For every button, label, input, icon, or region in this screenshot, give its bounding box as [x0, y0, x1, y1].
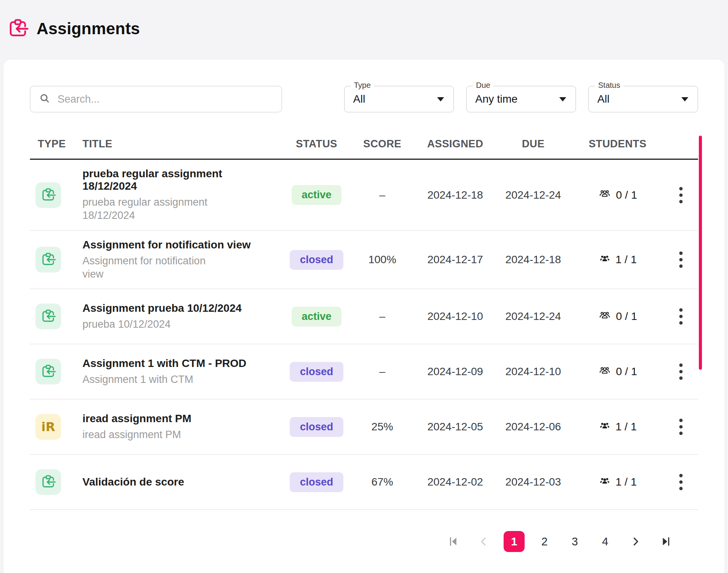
pagination-prev-button[interactable]	[473, 531, 494, 552]
clipboard-icon	[35, 359, 61, 384]
score-value: –	[349, 365, 415, 378]
score-value: 100%	[349, 253, 415, 266]
col-header-title: TITLE	[82, 138, 284, 150]
chevron-down-icon	[559, 97, 566, 101]
table-row: Validación de score closed 67% 2024-12-0…	[30, 455, 698, 510]
filters-group: Type All Due Any time Status All	[344, 86, 698, 112]
kebab-menu-button[interactable]	[664, 471, 698, 493]
col-header-status: STATUS	[284, 138, 349, 150]
filter-due-label: Due	[473, 81, 494, 90]
chevron-down-icon	[437, 97, 444, 101]
filter-due-value: Any time	[475, 93, 518, 105]
pagination-page-2[interactable]: 2	[534, 531, 555, 552]
assigned-date: 2024-12-18	[415, 189, 495, 201]
students-count: 0 / 1	[616, 365, 637, 378]
group-outline-icon	[598, 365, 611, 379]
filter-status-label: Status	[595, 81, 623, 90]
assignments-clipboard-icon	[7, 18, 29, 40]
assigned-date: 2024-12-17	[415, 253, 495, 266]
row-title: Assignment for notification view	[82, 239, 276, 251]
pagination-page-4[interactable]: 4	[595, 531, 616, 552]
row-title: prueba regular assignment 18/12/2024	[82, 168, 276, 192]
kebab-menu-button[interactable]	[664, 416, 698, 438]
clipboard-icon	[35, 182, 61, 208]
assigned-date: 2024-12-02	[415, 476, 495, 488]
due-date: 2024-12-10	[495, 365, 571, 378]
due-date: 2024-12-24	[495, 189, 571, 201]
students-count: 1 / 1	[616, 421, 637, 433]
col-header-due: DUE	[495, 138, 571, 150]
score-value: –	[349, 310, 415, 323]
search-input[interactable]	[57, 93, 273, 106]
filter-row: Type All Due Any time Status All	[30, 86, 698, 112]
due-date: 2024-12-18	[495, 253, 571, 266]
row-title: Assignment prueba 10/12/2024	[82, 302, 276, 314]
table-row: Assignment 1 with CTM - PROD Assignment …	[30, 344, 698, 400]
students-count: 0 / 1	[616, 189, 637, 201]
score-value: 25%	[349, 421, 415, 433]
table-row: iR iread assignment PM iread assignment …	[30, 400, 698, 455]
row-subtitle: iread assignment PM	[82, 428, 219, 442]
pagination-next-button[interactable]	[625, 531, 646, 552]
page-header: Assignments	[0, 0, 728, 59]
table-row: Assignment for notification view Assignm…	[30, 231, 698, 290]
group-outline-icon	[598, 188, 611, 202]
due-date: 2024-12-06	[495, 421, 571, 433]
filter-type[interactable]: Type All	[344, 86, 454, 112]
search-box	[30, 86, 282, 112]
students-count: 1 / 1	[616, 253, 637, 266]
group-filled-icon	[598, 475, 611, 489]
pagination-page-3[interactable]: 3	[564, 531, 585, 552]
clipboard-icon	[35, 247, 61, 273]
row-title: Assignment 1 with CTM - PROD	[82, 357, 276, 370]
row-subtitle: Assignment for notification view	[82, 255, 219, 281]
due-date: 2024-12-03	[495, 476, 571, 488]
row-subtitle: prueba regular assignment 18/12/2024	[82, 196, 219, 222]
chevron-down-icon	[681, 97, 688, 101]
filter-status[interactable]: Status All	[588, 86, 698, 112]
score-value: –	[349, 189, 415, 201]
search-icon	[39, 93, 51, 106]
assigned-date: 2024-12-10	[415, 310, 495, 323]
assignments-card: Type All Due Any time Status All T	[3, 59, 725, 573]
filter-due[interactable]: Due Any time	[466, 86, 576, 112]
row-title: iread assignment PM	[82, 412, 276, 425]
pagination-page-1[interactable]: 1	[504, 531, 525, 552]
students-count: 1 / 1	[616, 476, 637, 488]
col-header-score: SCORE	[349, 138, 415, 150]
row-title: Validación de score	[82, 476, 276, 488]
status-badge: closed	[290, 417, 343, 437]
assignments-page: Assignments Type All Due	[0, 0, 728, 573]
row-subtitle: prueba 10/12/2024	[82, 318, 219, 331]
kebab-menu-button[interactable]	[664, 306, 698, 327]
filter-type-value: All	[353, 93, 365, 105]
students-count: 0 / 1	[616, 310, 637, 323]
pagination-first-button[interactable]	[443, 531, 464, 552]
filter-type-label: Type	[351, 81, 374, 90]
col-header-students: STUDENTS	[571, 138, 664, 150]
col-header-type: TYPE	[30, 138, 82, 150]
col-header-assigned: ASSIGNED	[415, 138, 495, 150]
clipboard-icon	[35, 469, 61, 495]
assignments-table: TYPE TITLE STATUS SCORE ASSIGNED DUE STU…	[30, 120, 698, 510]
pagination: 1 2 3 4	[30, 510, 698, 552]
page-title: Assignments	[37, 19, 140, 38]
status-badge: closed	[290, 472, 343, 492]
table-header-row: TYPE TITLE STATUS SCORE ASSIGNED DUE STU…	[30, 120, 698, 160]
iread-logo-text: iR	[41, 419, 55, 434]
pagination-last-button[interactable]	[655, 531, 676, 552]
status-badge: active	[292, 307, 342, 327]
iread-logo-icon: iR	[35, 414, 61, 440]
kebab-menu-button[interactable]	[664, 249, 698, 271]
table-row: prueba regular assignment 18/12/2024 pru…	[30, 160, 698, 231]
status-badge: closed	[290, 250, 343, 270]
due-date: 2024-12-24	[495, 310, 571, 323]
assigned-date: 2024-12-05	[415, 421, 495, 433]
status-badge: active	[292, 185, 342, 205]
kebab-menu-button[interactable]	[664, 361, 698, 383]
kebab-menu-button[interactable]	[664, 184, 698, 206]
vertical-scrollbar-thumb[interactable]	[699, 136, 702, 370]
status-badge: closed	[290, 362, 343, 382]
group-outline-icon	[598, 309, 611, 324]
clipboard-icon	[35, 304, 61, 329]
